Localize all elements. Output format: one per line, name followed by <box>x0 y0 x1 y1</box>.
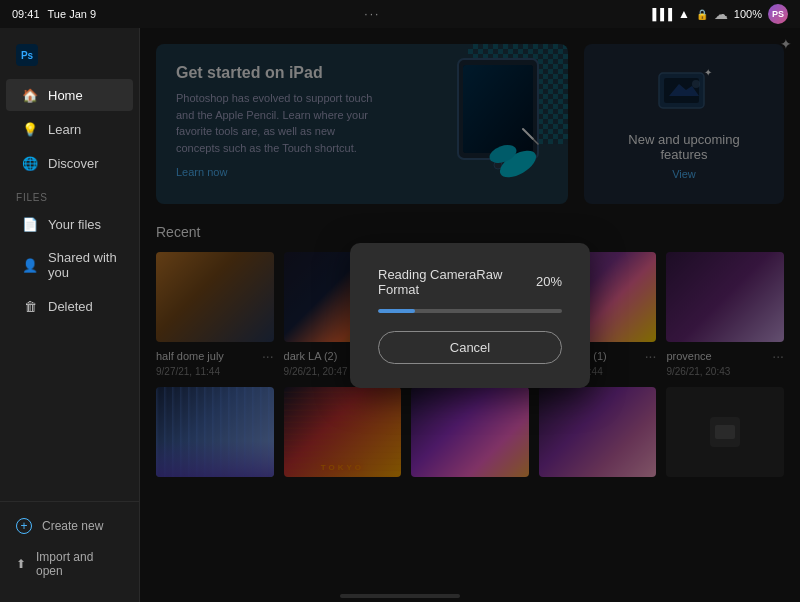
sidebar-item-learn-label: Learn <box>48 122 81 137</box>
home-icon: 🏠 <box>22 87 38 103</box>
status-left: 09:41 Tue Jan 9 <box>12 8 96 20</box>
sidebar-item-deleted[interactable]: 🗑 Deleted <box>6 290 133 322</box>
sidebar-item-learn[interactable]: 💡 Learn <box>6 113 133 145</box>
user-avatar[interactable]: PS <box>768 4 788 24</box>
create-new-label: Create new <box>42 519 103 533</box>
sidebar-item-discover-label: Discover <box>48 156 99 171</box>
main-content: Get started on iPad Photoshop has evolve… <box>140 28 800 602</box>
sidebar-item-shared-with-you[interactable]: 👤 Shared with you <box>6 242 133 288</box>
trash-icon: 🗑 <box>22 298 38 314</box>
ps-logo: Ps <box>16 44 38 66</box>
sidebar-item-discover[interactable]: 🌐 Discover <box>6 147 133 179</box>
sidebar-item-your-files-label: Your files <box>48 217 101 232</box>
dialog-title-text: Reading CameraRaw Format <box>378 267 536 297</box>
progress-dialog: Reading CameraRaw Format 20% Cancel <box>350 243 590 388</box>
cloud-icon: ☁ <box>714 6 728 22</box>
import-open-button[interactable]: ⬆ Import and open <box>0 542 139 586</box>
sidebar: Ps 🏠 Home 💡 Learn 🌐 Discover FILES 📄 You… <box>0 28 140 602</box>
status-right: ▐▐▐ ▲ 🔒 ☁ 100% PS <box>649 4 788 24</box>
status-day: Tue Jan 9 <box>48 8 97 20</box>
status-bar: 09:41 Tue Jan 9 ··· ▐▐▐ ▲ 🔒 ☁ 100% PS <box>0 0 800 28</box>
plus-icon: + <box>16 518 32 534</box>
progress-bar-background <box>378 309 562 313</box>
files-section-label: FILES <box>0 180 139 207</box>
progress-bar-fill <box>378 309 415 313</box>
dialog-overlay: Reading CameraRaw Format 20% Cancel <box>140 28 800 602</box>
dialog-title-row: Reading CameraRaw Format 20% <box>378 267 562 297</box>
ps-logo-area: Ps <box>0 44 139 78</box>
import-icon: ⬆ <box>16 557 26 571</box>
sidebar-item-shared-label: Shared with you <box>48 250 117 280</box>
sidebar-bottom: + Create new ⬆ Import and open <box>0 501 139 586</box>
status-time: 09:41 <box>12 8 40 20</box>
wifi-icon: ▲ <box>678 7 690 21</box>
battery-text: 100% <box>734 8 762 20</box>
cancel-button[interactable]: Cancel <box>378 331 562 364</box>
lightbulb-icon: 💡 <box>22 121 38 137</box>
sidebar-item-deleted-label: Deleted <box>48 299 93 314</box>
signal-icon: ▐▐▐ <box>649 8 672 20</box>
sidebar-item-your-files[interactable]: 📄 Your files <box>6 208 133 240</box>
import-open-label: Import and open <box>36 550 123 578</box>
status-center-dots: ··· <box>364 7 380 21</box>
create-new-button[interactable]: + Create new <box>0 510 139 542</box>
file-icon: 📄 <box>22 216 38 232</box>
dialog-percent: 20% <box>536 274 562 289</box>
sidebar-item-home-label: Home <box>48 88 83 103</box>
globe-icon: 🌐 <box>22 155 38 171</box>
sidebar-item-home[interactable]: 🏠 Home <box>6 79 133 111</box>
lock-icon: 🔒 <box>696 9 708 20</box>
person-icon: 👤 <box>22 257 38 273</box>
app-container: Ps 🏠 Home 💡 Learn 🌐 Discover FILES 📄 You… <box>0 28 800 602</box>
